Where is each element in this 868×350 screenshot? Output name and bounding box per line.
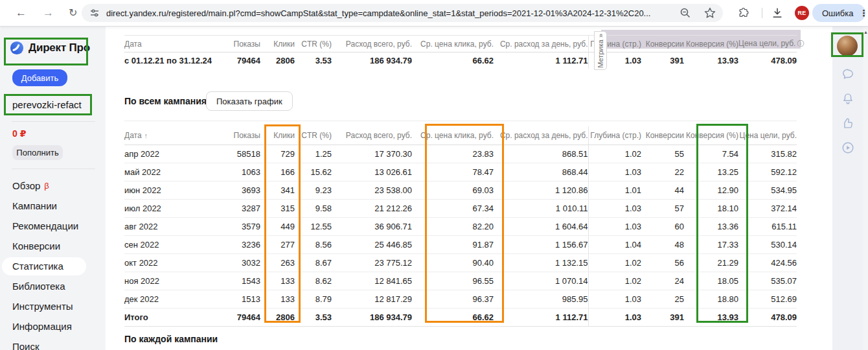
column-header-2[interactable]: Клики [260,36,295,52]
metrika-tab[interactable]: Метрика » [594,31,607,70]
download-icon[interactable] [771,6,784,19]
browser-forward-icon[interactable]: → [43,6,54,20]
browser-menu-icon[interactable]: ⋮ [859,8,868,18]
sidebar-item-0[interactable]: Обзорβ [0,176,106,196]
page-scrollbar[interactable]: ▲ [863,27,868,350]
row-label: апр 2022 [124,145,194,163]
column-header-8[interactable]: Конверсии [641,36,684,52]
cell: 2806 [260,52,295,69]
cell: 1.02 [588,254,641,272]
profile-chip[interactable]: Ошибка ⋮ [812,4,865,22]
cell: 58518 [194,145,260,163]
cell: 1 132.15 [494,254,588,272]
cell: 25 446.85 [332,236,412,254]
zoom-icon[interactable] [679,6,692,19]
show-chart-button[interactable]: Показать график [206,91,293,111]
column-header-6[interactable]: Ср. расход за день, руб. [494,36,588,52]
cell: 3693 [194,181,260,200]
row-label: июн 2022 [124,181,194,200]
sidebar-item-2[interactable]: Рекомендации [0,216,106,236]
chat-icon[interactable] [841,67,855,81]
cell: 25 [641,290,684,309]
cell: 1.02 [588,145,641,163]
browser-back-icon[interactable]: ← [16,6,27,20]
cell: 186 934.79 [332,52,412,69]
column-header-8[interactable]: Конверсии [641,126,684,145]
annotation-clicks-column-box [264,124,301,323]
cell: 48 [641,236,684,254]
row-label: дек 2022 [124,290,194,309]
column-header-1[interactable]: Показы [194,36,260,52]
column-header-0[interactable]: Дата↑ [124,126,194,145]
browser-reload-icon[interactable]: ↻ [69,6,77,20]
thumbs-up-icon[interactable] [841,116,855,130]
table-row: с 01.12.21 по 31.12.247946428063.53186 9… [124,52,797,69]
site-settings-icon[interactable] [89,8,100,18]
toolbar-divider [762,8,762,18]
cell: 24 [641,272,684,290]
sidebar-item-label: Инструменты [12,301,73,312]
play-video-icon[interactable] [841,141,855,155]
cell: 1 070.14 [494,272,588,290]
sidebar-item-6[interactable]: Инструменты [0,296,106,316]
metrika-tab-label: Метрика » [597,34,604,68]
column-header-10[interactable]: Цена цели, руб.ⓘ [738,36,797,52]
all-campaigns-title: По всем кампаниям [124,96,213,106]
address-bar[interactable]: direct.yandex.ru/registered/main.pl?cmd=… [82,4,723,22]
cell: 391 [641,52,684,69]
column-header-6[interactable]: Ср. расход за день, руб. [494,126,588,145]
column-header-1[interactable]: Показы [194,126,260,145]
annotation-avatar-box [831,32,863,57]
left-sidebar: Директ Про Добавить perevozki-refact 0 ₽… [0,27,106,350]
column-header-7[interactable]: Глубина (стр.) [588,126,641,145]
row-label: окт 2022 [124,254,194,272]
cell: 1.03 [588,218,641,236]
sidebar-item-1[interactable]: Кампании [0,196,106,216]
cell: 21 212.26 [332,200,412,218]
summary-table-header-row: ДатаПоказыКликиCTR (%)Расход всего, руб.… [124,36,797,52]
row-label: май 2022 [124,163,194,181]
annotation-campaign-box [4,94,92,115]
cell: 1.03 [588,309,641,327]
cell: 3236 [194,236,260,254]
notifications-bell-icon[interactable] [841,91,855,106]
extensions-icon[interactable] [737,6,750,19]
scrollbar-up-icon[interactable]: ▲ [863,30,868,34]
column-header-5[interactable]: Ср. цена клика, руб. [412,36,494,52]
sort-asc-icon: ↑ [144,132,148,139]
sidebar-divider [12,169,95,169]
info-icon[interactable]: ⓘ [797,40,804,47]
column-header-0[interactable]: Дата [124,36,194,52]
column-header-3[interactable]: CTR (%) [295,36,332,52]
balance-amount: 0 ₽ [12,128,26,139]
topup-button[interactable]: Пополнить [12,145,63,160]
yandex-direct-statistics-page: ← → ↻ direct.yandex.ru/registered/main.p… [0,0,868,350]
sidebar-item-3[interactable]: Конверсии [0,236,106,256]
cell: 1.01 [588,181,641,200]
cell: 3032 [194,254,260,272]
column-header-4[interactable]: Расход всего, руб. [332,36,412,52]
annotation-conversion-rate-column-box [696,124,748,323]
sidebar-item-4[interactable]: Статистика [2,257,86,275]
add-button[interactable]: Добавить [12,69,67,86]
bookmark-star-icon[interactable] [703,6,716,19]
column-header-4[interactable]: Расход всего, руб. [332,126,412,145]
sidebar-item-5[interactable]: Библиотека [0,276,106,296]
sidebar-item-label: Кампании [12,200,57,211]
cell: 13 026.61 [332,163,412,181]
row-label: ноя 2022 [124,272,194,290]
section-divider [124,121,797,121]
sidebar-divider [12,121,95,122]
sidebar-item-8[interactable]: Поиск [0,336,106,350]
row-label: с 01.12.21 по 31.12.24 [124,52,194,69]
column-header-9[interactable]: Конверсия (%) [684,36,738,52]
row-label: Итого [124,309,194,327]
sidebar-item-7[interactable]: Информация [0,316,106,336]
each-campaign-title: По каждой кампании [124,334,218,344]
cell: 1.03 [588,200,641,218]
profile-badge[interactable]: RE [795,6,809,20]
cell: 17 370.30 [332,145,412,163]
cell: 60 [641,218,684,236]
sidebar-item-label: Статистика [12,261,63,272]
cell: 1.03 [588,290,641,309]
